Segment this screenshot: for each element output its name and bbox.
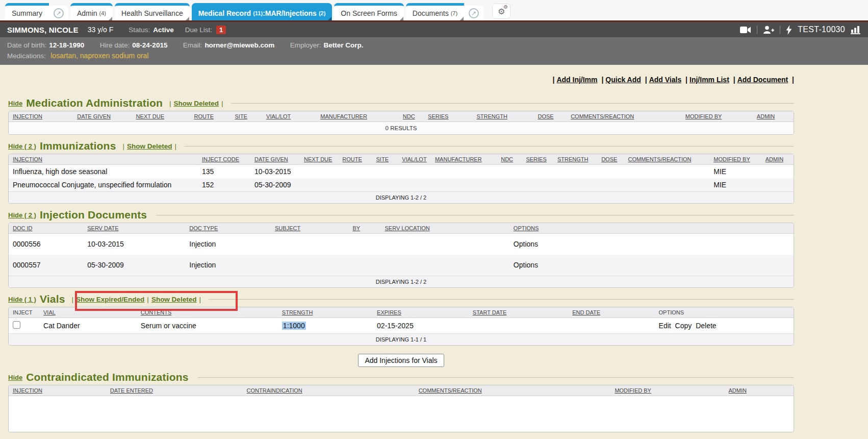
col-injection[interactable]: INJECTION [9,111,73,122]
col-admin[interactable]: ADMIN [753,111,794,122]
immunization-row: Pneumococcal Conjugate, unspecified form… [9,178,794,192]
add-document-link[interactable]: Add Document [737,76,788,84]
col-admin[interactable]: ADMIN [725,385,794,396]
tab-medical-record[interactable]: Medical Record (11) :MAR/Injections (2) [192,3,333,20]
immunizations-header-row: INJECTION INJECT CODE DATE GIVEN NEXT DU… [9,154,794,165]
due-list-label: Due List: [185,26,212,34]
tab-admin[interactable]: Admin (4) [70,3,113,20]
col-site[interactable]: SITE [231,111,263,122]
col-date-given[interactable]: DATE GIVEN [250,154,300,165]
col-series[interactable]: SERIES [522,154,553,165]
col-ndc[interactable]: NDC [497,154,522,165]
col-date-entered[interactable]: DATE ENTERED [106,385,243,396]
vial-edit-link[interactable]: Edit [659,322,671,330]
vials-show-expired-link[interactable]: Show Expired/Ended [76,296,144,303]
col-modified-by[interactable]: MODIFIED BY [681,111,753,122]
medications-line: Medications: losartan, naproxen sodium o… [7,51,861,61]
immunizations-table: INJECTION INJECT CODE DATE GIVEN NEXT DU… [8,154,794,204]
col-injection[interactable]: INJECTION [9,154,198,165]
tab-health-surveillance[interactable]: Health Surveillance [115,3,190,20]
col-vial-lot[interactable]: VIAL/LOT [262,111,316,122]
col-admin[interactable]: ADMIN [761,154,794,165]
add-vials-link[interactable]: Add Vials [649,76,682,84]
col-strength[interactable]: STRENGTH [553,154,597,165]
contraindicated-hide-link[interactable]: Hide [8,374,22,381]
med-admin-header-row: INJECTION DATE GIVEN NEXT DUE ROUTE SITE… [9,111,794,122]
col-doc-type[interactable]: DOC TYPE [185,223,271,234]
col-injection[interactable]: INJECTION [9,385,106,396]
col-doc-id[interactable]: DOC ID [9,223,83,234]
col-expires[interactable]: EXPIRES [373,307,469,318]
med-admin-empty-row: 0 RESULTS [9,122,794,135]
tab-settings-button[interactable]: ⚙ ⚙ [492,4,510,19]
col-comments-reaction[interactable]: COMMENTS/REACTION [624,154,709,165]
med-admin-hide-link[interactable]: Hide [8,100,22,107]
col-contraindication[interactable]: CONTRAINDICATION [243,385,415,396]
col-subject[interactable]: SUBJECT [271,223,348,234]
vial-checkbox[interactable] [13,321,20,329]
col-next-due[interactable]: NEXT DUE [132,111,190,122]
col-strength[interactable]: STRENGTH [472,111,533,122]
col-dose[interactable]: DOSE [597,154,624,165]
col-manufacturer[interactable]: MANUFACTURER [316,111,399,122]
vial-copy-link[interactable]: Copy [675,322,692,330]
med-admin-empty-text: 0 RESULTS [9,122,794,135]
col-vial-lot[interactable]: VIAL/LOT [398,154,431,165]
email-label: Email: [183,41,202,49]
col-serv-date[interactable]: SERV DATE [83,223,185,234]
col-vial[interactable]: VIAL [39,307,137,318]
col-modified-by[interactable]: MODIFIED BY [709,154,761,165]
vial-delete-link[interactable]: Delete [696,322,716,330]
contraindicated-section-header: Hide Contraindicated Immunizations [8,371,794,383]
lightning-bolt-icon[interactable] [786,25,792,35]
tab-summary[interactable]: Summary [5,3,49,20]
col-route[interactable]: ROUTE [190,111,231,122]
document-options-link[interactable]: Options [514,240,538,248]
video-camera-icon[interactable] [740,26,751,34]
col-inject-code[interactable]: INJECT CODE [198,154,250,165]
col-comments-reaction[interactable]: COMMENTS/REACTION [567,111,681,122]
immunizations-hide-link[interactable]: Hide ( 2 ) [8,142,36,150]
status-value: Active [153,26,174,34]
medications-links[interactable]: losartan, naproxen sodium oral [50,52,148,60]
vials-show-deleted-link[interactable]: Show Deleted [151,296,197,303]
med-admin-title: Medication Administration [26,97,163,109]
bar-chart-icon[interactable] [851,26,861,34]
col-dose[interactable]: DOSE [534,111,567,122]
med-admin-show-deleted-link[interactable]: Show Deleted [174,100,219,107]
col-start-date[interactable]: START DATE [469,307,568,318]
col-date-given[interactable]: DATE GIVEN [73,111,132,122]
col-modified-by[interactable]: MODIFIED BY [610,385,724,396]
col-site[interactable]: SITE [372,154,398,165]
tab-summary-popout-button[interactable]: ↗ [49,6,68,20]
col-serv-location[interactable]: SERV LOCATION [380,223,509,234]
tab-documents[interactable]: Documents (7) [406,3,464,20]
due-list-badge[interactable]: 1 [216,26,226,34]
add-person-icon[interactable] [763,26,774,34]
col-options[interactable]: OPTIONS [509,223,794,234]
vials-hide-link[interactable]: Hide ( 1 ) [8,296,36,303]
quick-add-link[interactable]: Quick Add [605,76,641,84]
col-by[interactable]: BY [348,223,380,234]
tab-documents-popout-button[interactable]: ↗ [464,6,483,20]
add-injections-for-vials-button[interactable]: Add Injections for Vials [358,354,444,367]
contraindicated-empty-row [9,396,794,432]
col-ndc[interactable]: NDC [399,111,424,122]
col-end-date[interactable]: END DATE [568,307,654,318]
col-manufacturer[interactable]: MANUFACTURER [431,154,497,165]
col-route[interactable]: ROUTE [338,154,372,165]
chart-id: TEST-10030 [798,25,845,34]
tab-on-screen-forms[interactable]: On Screen Forms [334,3,403,20]
col-next-due[interactable]: NEXT DUE [300,154,338,165]
document-options-link[interactable]: Options [514,261,538,269]
action-links-row: |Add Inj/Imm |Quick Add |Add Vials |Inj/… [8,65,794,85]
immunizations-show-deleted-link[interactable]: Show Deleted [127,142,172,150]
col-series[interactable]: SERIES [424,111,472,122]
patient-details-line: Date of birth:12-18-1990 Hire date:08-24… [7,40,861,51]
col-contents[interactable]: CONTENTS [137,307,278,318]
inj-imm-list-link[interactable]: Inj/Imm List [690,76,729,84]
col-strength[interactable]: STRENGTH [278,307,373,318]
injection-documents-hide-link[interactable]: Hide ( 2 ) [8,211,36,219]
add-inj-imm-link[interactable]: Add Inj/Imm [556,76,597,84]
col-comments-reaction[interactable]: COMMENTS/REACTION [415,385,611,396]
